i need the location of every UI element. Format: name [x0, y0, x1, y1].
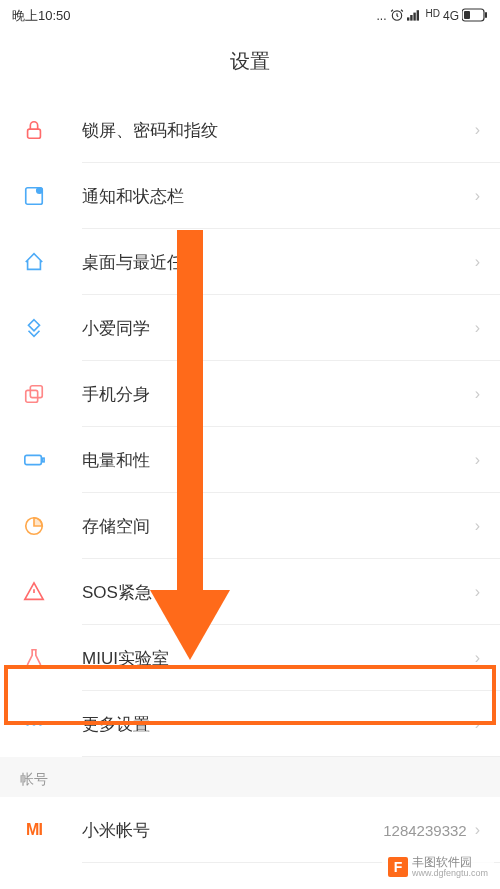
- settings-item-lock[interactable]: 锁屏、密码和指纹 ›: [0, 97, 500, 163]
- svg-rect-2: [410, 15, 412, 21]
- notification-icon: [20, 182, 48, 210]
- chevron-right-icon: ›: [475, 715, 480, 733]
- settings-item-clone[interactable]: 手机分身 ›: [0, 361, 500, 427]
- chevron-right-icon: ›: [475, 187, 480, 205]
- svg-rect-8: [28, 129, 41, 138]
- settings-item-desktop[interactable]: 桌面与最近任务 ›: [0, 229, 500, 295]
- flask-icon: [20, 644, 48, 672]
- chevron-right-icon: ›: [475, 583, 480, 601]
- settings-item-xiaoai[interactable]: 小爱同学 ›: [0, 295, 500, 361]
- settings-item-notification[interactable]: 通知和状态栏 ›: [0, 163, 500, 229]
- chevron-right-icon: ›: [475, 121, 480, 139]
- status-indicators: ... HD 4G: [377, 8, 488, 25]
- chevron-right-icon: ›: [475, 451, 480, 469]
- settings-item-label: 通知和状态栏: [82, 185, 475, 208]
- svg-rect-11: [30, 386, 42, 398]
- watermark-logo-icon: F: [388, 857, 408, 877]
- battery-icon: [462, 8, 488, 25]
- svg-point-16: [26, 722, 30, 726]
- settings-item-sos[interactable]: SOS紧急 ›: [0, 559, 500, 625]
- watermark: F 丰图软件园 www.dgfengtu.com: [382, 852, 494, 883]
- settings-item-label: 更多设置: [82, 713, 475, 736]
- sos-icon: [20, 578, 48, 606]
- more-icon: ...: [377, 9, 387, 23]
- settings-item-label: 小米帐号: [82, 819, 383, 842]
- svg-rect-14: [42, 458, 44, 462]
- settings-item-label: 桌面与最近任务: [82, 251, 475, 274]
- svg-rect-1: [407, 17, 409, 20]
- storage-icon: [20, 512, 48, 540]
- status-time: 晚上10:50: [12, 7, 71, 25]
- lock-icon: [20, 116, 48, 144]
- page-title: 设置: [0, 32, 500, 97]
- settings-item-storage[interactable]: 存储空间 ›: [0, 493, 500, 559]
- chevron-right-icon: ›: [475, 385, 480, 403]
- settings-item-label: 手机分身: [82, 383, 475, 406]
- svg-rect-7: [464, 11, 470, 19]
- clone-icon: [20, 380, 48, 408]
- settings-item-label: 小爱同学: [82, 317, 475, 340]
- settings-item-more[interactable]: 更多设置 ›: [0, 691, 500, 757]
- network-label: 4G: [443, 9, 459, 23]
- svg-rect-12: [26, 390, 38, 402]
- settings-item-label: 电量和性: [82, 449, 475, 472]
- more-dots-icon: [20, 710, 48, 738]
- settings-item-label: SOS紧急: [82, 581, 475, 604]
- account-section-header: 帐号: [0, 757, 500, 797]
- hd-badge: HD: [426, 8, 440, 19]
- mi-logo-icon: MI: [20, 816, 48, 844]
- status-bar: 晚上10:50 ... HD 4G: [0, 0, 500, 32]
- settings-list: 锁屏、密码和指纹 › 通知和状态栏 › 桌面与最近任务 › 小爱同学 › 手机分…: [0, 97, 500, 757]
- settings-item-miui-lab[interactable]: MIUI实验室 ›: [0, 625, 500, 691]
- svg-rect-13: [25, 455, 42, 464]
- chevron-right-icon: ›: [475, 517, 480, 535]
- xiaoai-icon: [20, 314, 48, 342]
- chevron-right-icon: ›: [475, 253, 480, 271]
- svg-point-17: [32, 722, 36, 726]
- battery-perf-icon: [20, 446, 48, 474]
- settings-item-label: 锁屏、密码和指纹: [82, 119, 475, 142]
- settings-item-battery[interactable]: 电量和性 ›: [0, 427, 500, 493]
- svg-rect-3: [413, 12, 415, 20]
- svg-rect-6: [485, 12, 487, 18]
- chevron-right-icon: ›: [475, 821, 480, 839]
- alarm-icon: [390, 8, 404, 25]
- svg-rect-4: [416, 10, 418, 20]
- settings-item-label: 存储空间: [82, 515, 475, 538]
- home-icon: [20, 248, 48, 276]
- chevron-right-icon: ›: [475, 649, 480, 667]
- signal-icon: [407, 8, 423, 25]
- settings-item-label: MIUI实验室: [82, 647, 475, 670]
- watermark-url: www.dgfengtu.com: [412, 869, 488, 879]
- account-id-value: 1284239332: [383, 822, 466, 839]
- chevron-right-icon: ›: [475, 319, 480, 337]
- svg-point-10: [37, 188, 43, 194]
- svg-point-18: [39, 722, 43, 726]
